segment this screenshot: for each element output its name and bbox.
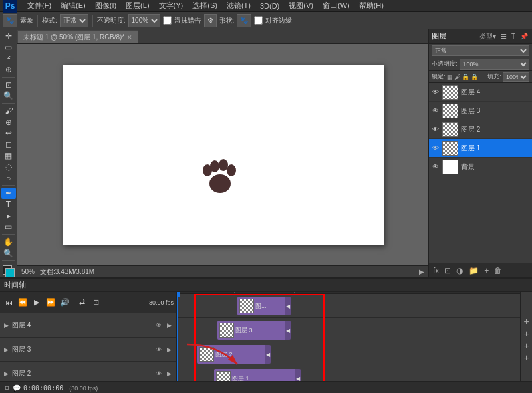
add-clip-btn-2[interactable]: + [523, 340, 529, 351]
go-to-start-btn[interactable]: ⏮ [3, 297, 15, 309]
lock-move-btn[interactable]: 🔒 [462, 74, 469, 80]
layer-item-4[interactable]: 👁 图层 4 [429, 83, 532, 102]
clip-3[interactable]: 图层 3 ◀ [217, 321, 291, 340]
add-layer-btn[interactable]: + [483, 266, 490, 275]
tl-lock-2[interactable]: ▶ [164, 369, 174, 378]
play-btn[interactable]: ▶ [31, 297, 43, 309]
menu-window[interactable]: 窗口(W) [321, 1, 352, 11]
layer-eye-1[interactable]: 👁 [430, 143, 441, 154]
add-mask-btn[interactable]: ⊡ [443, 266, 452, 275]
canvas-viewport[interactable] [17, 44, 428, 265]
clip-end-3[interactable]: ◀ [285, 321, 291, 340]
tl-layer-row-3[interactable]: ▶ 图层 3 👁 ▶ [0, 338, 176, 362]
history-brush-tool[interactable]: ↩ [1, 128, 16, 139]
options-settings-btn[interactable]: ⚙ [204, 14, 217, 27]
eyedrop-tool[interactable]: 🔍 [1, 91, 16, 102]
tab-close-btn[interactable]: ✕ [127, 34, 132, 41]
tl-eye-2[interactable]: 👁 [154, 369, 163, 378]
mode-select[interactable]: 正常 [60, 14, 88, 27]
tl-expand-4[interactable]: ▶ [3, 322, 9, 329]
layer-eye-3[interactable]: 👁 [430, 106, 441, 116]
brush-tool[interactable]: 🖌 [1, 106, 16, 116]
layer-item-2[interactable]: 👁 图层 2 [429, 120, 532, 139]
tool-selector[interactable]: 🐾 [3, 14, 17, 27]
layer-item-1[interactable]: 👁 图层 1 [429, 139, 532, 158]
layers-menu-btn[interactable]: ☰ [499, 33, 508, 40]
canvas-tab-1[interactable]: 未标题 1 @ 50% (图层 1, RGB/8)* ✕ [17, 30, 138, 43]
menu-image[interactable]: 图像(I) [93, 1, 118, 11]
add-clip-btn-3[interactable]: + [523, 328, 529, 339]
move-tool[interactable]: ✛ [1, 31, 16, 41]
layers-type-filter[interactable]: 类型▾ [478, 32, 497, 41]
type-tool[interactable]: T [1, 199, 16, 210]
render-btn[interactable]: ⊡ [90, 297, 102, 309]
tl-eye-3[interactable]: 👁 [154, 345, 163, 354]
add-style-btn[interactable]: fx [432, 266, 440, 275]
lasso-tool[interactable]: 𝄎 [1, 53, 16, 64]
opacity-select[interactable]: 100% [128, 14, 160, 27]
add-adjustment-btn[interactable]: ◑ [455, 266, 464, 275]
shape-btn[interactable]: 🐾 [237, 14, 251, 27]
fg-bg-colors[interactable] [1, 264, 16, 275]
tl-expand-3[interactable]: ▶ [3, 346, 9, 353]
crop-tool[interactable]: ⊡ [1, 80, 16, 90]
add-group-btn[interactable]: 📁 [467, 266, 480, 275]
blend-mode-select[interactable]: 正常 [432, 45, 529, 56]
clip-end-4[interactable]: ◀ [285, 297, 291, 315]
menu-filter[interactable]: 滤镜(T) [225, 1, 253, 11]
rect-select-tool[interactable]: ▭ [1, 42, 16, 53]
shape-tool[interactable]: ▭ [1, 221, 16, 232]
menu-text[interactable]: 文字(Y) [157, 1, 186, 11]
lock-paint-btn[interactable]: 🖌 [454, 74, 460, 80]
layers-pin-btn[interactable]: 📌 [519, 33, 529, 40]
tl-lock-4[interactable]: ▶ [164, 321, 174, 330]
menu-view[interactable]: 视图(V) [287, 1, 315, 11]
lock-transparent-btn[interactable]: ▦ [447, 74, 453, 80]
quick-select-tool[interactable]: ⊕ [1, 64, 16, 75]
menu-layer[interactable]: 图层(L) [124, 1, 151, 11]
pen-tool[interactable]: ✒ [1, 188, 16, 199]
step-back-btn[interactable]: ⏪ [17, 297, 29, 309]
blur-tool[interactable]: ◌ [1, 162, 16, 172]
menu-file[interactable]: 文件(F) [25, 1, 53, 11]
layer-item-bg[interactable]: 👁 背景 [429, 158, 532, 176]
layer-eye-4[interactable]: 👁 [430, 87, 441, 98]
menu-3d[interactable]: 3D(D) [258, 2, 281, 10]
clip-end-2[interactable]: ◀ [265, 345, 271, 364]
tl-lock-3[interactable]: ▶ [164, 345, 174, 354]
layers-options-btn[interactable]: T [510, 33, 517, 40]
lock-all-btn[interactable]: 🔒 [471, 74, 478, 80]
smear-checkbox[interactable] [163, 16, 172, 25]
layer-eye-bg[interactable]: 👁 [430, 162, 441, 172]
clone-stamp-tool[interactable]: ⊕ [1, 117, 16, 128]
gradient-tool[interactable]: ▦ [1, 150, 16, 161]
eraser-tool[interactable]: ◻ [1, 139, 16, 150]
audio-btn[interactable]: 🔊 [59, 297, 71, 309]
align-checkbox[interactable] [254, 16, 263, 25]
add-clip-btn-1[interactable]: + [523, 352, 529, 363]
dodge-tool[interactable]: ○ [1, 173, 16, 184]
menu-edit[interactable]: 编辑(E) [59, 1, 88, 11]
loop-btn[interactable]: ⇄ [76, 297, 88, 309]
hand-tool[interactable]: ✋ [1, 237, 16, 247]
opacity-value-select[interactable]: 100% [460, 59, 529, 70]
timeline-menu-btn[interactable]: ☰ [522, 281, 528, 289]
tl-settings-btn[interactable]: ⚙ [4, 384, 10, 392]
menu-select[interactable]: 选择(S) [190, 1, 219, 11]
layer-item-3[interactable]: 👁 图层 3 [429, 102, 532, 120]
delete-layer-btn[interactable]: 🗑 [493, 266, 503, 275]
menu-help[interactable]: 帮助(H) [357, 1, 386, 11]
add-clip-btn-4[interactable]: + [523, 316, 529, 327]
fill-select[interactable]: 100% [503, 72, 529, 82]
layer-eye-2[interactable]: 👁 [430, 124, 441, 135]
path-select-tool[interactable]: ▸ [1, 211, 16, 221]
tl-comment-btn[interactable]: 💬 [13, 384, 21, 392]
clip-2[interactable]: 图层 2 ◀ [197, 345, 271, 364]
clip-end-1[interactable]: ◀ [295, 369, 301, 381]
tl-expand-2[interactable]: ▶ [3, 370, 9, 377]
canvas-nav-arrow[interactable]: ▶ [419, 268, 424, 275]
tl-layer-row-4[interactable]: ▶ 图层 4 👁 ▶ [0, 313, 176, 338]
clip-4[interactable]: 图... ◀ [237, 297, 291, 315]
zoom-tool[interactable]: 🔍 [1, 248, 16, 259]
tl-eye-4[interactable]: 👁 [154, 321, 163, 330]
